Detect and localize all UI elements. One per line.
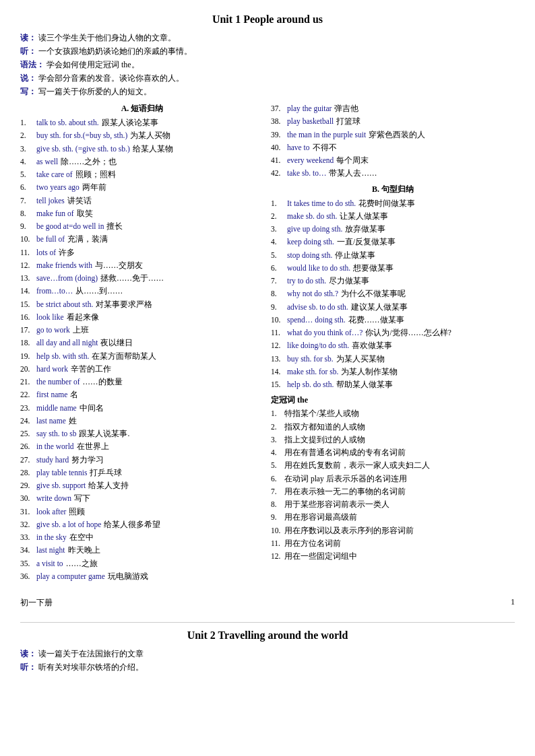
sentence-item: 14.make sth. for sb.为某人制作某物 <box>271 366 515 378</box>
sentence-zh: 为某人制作某物 <box>341 366 398 378</box>
footer: 初一下册 1 <box>20 594 515 609</box>
sentence-item: 6.would like to do sth.想要做某事 <box>271 263 515 274</box>
vocab-num: 7. <box>20 195 36 207</box>
sentence-zh: 花费时间做某事 <box>358 198 415 209</box>
vocab-num: 25. <box>20 428 36 440</box>
vocab-en: in the sky <box>36 532 67 543</box>
vocab-zh: 两年前 <box>82 182 106 193</box>
vocab-zh: 每个周末 <box>336 155 369 166</box>
vocab-item: 24.last name姓 <box>20 415 264 427</box>
vocab-en: the number of <box>36 376 80 388</box>
vocab-num: 1. <box>20 117 36 129</box>
grammar-text: 特指某个/某些人或物 <box>284 408 359 419</box>
sentence-item: 2.make sb. do sth.让某人做某事 <box>271 211 515 222</box>
sentence-num: 8. <box>271 288 287 300</box>
vocab-zh: 带某人去…… <box>329 168 377 179</box>
vocab-en: be full of <box>36 234 65 245</box>
vocab-item: 34.last night昨天晚上 <box>20 545 264 556</box>
sentence-en: keep doing sth. <box>287 236 334 248</box>
right-column: 37.play the guitar弹吉他38.play basketball打… <box>271 103 515 584</box>
sentence-num: 7. <box>271 275 287 287</box>
vocab-en: tell jokes <box>36 195 65 207</box>
intro-text-5: 写一篇关于你所爱的人的短文。 <box>38 87 152 96</box>
sentence-num: 9. <box>271 302 287 313</box>
vocab-zh: 在某方面帮助某人 <box>92 351 156 362</box>
vocab-num: 5. <box>20 169 36 180</box>
grammar-item: 12.用在一些固定词组中 <box>271 551 515 562</box>
vocab-item: 29.give sb. support给某人支持 <box>20 480 264 491</box>
vocab-item: 26.in the world在世界上 <box>20 441 264 452</box>
grammar-num: 8. <box>271 499 284 510</box>
vocab-num: 12. <box>20 260 36 271</box>
vocab-item: 33.in the sky在空中 <box>20 532 264 543</box>
sentence-num: 13. <box>271 353 287 365</box>
vocab-item: 40.have to不得不 <box>271 142 515 153</box>
vocab-item: 5.take care of照顾；照料 <box>20 169 264 180</box>
sentence-num: 14. <box>271 366 287 378</box>
vocab-en: a visit to <box>36 558 63 570</box>
vocab-num: 36. <box>20 571 36 582</box>
vocab-en: all day and all night <box>36 337 98 349</box>
vocab-num: 16. <box>20 312 36 323</box>
vocab-num: 14. <box>20 285 36 297</box>
vocab-en: make fun of <box>36 208 74 219</box>
sentence-zh: 为某人买某物 <box>336 353 385 365</box>
vocab-num: 37. <box>271 103 287 114</box>
grammar-text: 用在姓氏复数前，表示一家人或夫妇二人 <box>284 460 430 471</box>
vocab-item: 8.make fun of取笑 <box>20 208 264 219</box>
sentence-zh: 一直/反复做某事 <box>337 236 396 248</box>
vocab-item: 2.buy sth. for sb.(=buy sb, sth.)为某人买物 <box>20 130 264 141</box>
vocab-item: 19.help sb. with sth.在某方面帮助某人 <box>20 351 264 362</box>
sentence-en: make sth. for sb. <box>287 366 338 378</box>
vocab-zh: 取笑 <box>77 208 93 219</box>
vocab-item: 17.go to work上班 <box>20 324 264 336</box>
vocab-en: be good at=do well in <box>36 221 104 232</box>
vocab-item: 31.look after照顾 <box>20 506 264 518</box>
vocab-zh: 写下 <box>74 493 90 504</box>
grammar-text: 用于某些形容词前表示一类人 <box>284 499 389 510</box>
vocab-zh: 给某人某物 <box>133 143 173 155</box>
vocab-num: 39. <box>271 129 287 141</box>
grammar-text: 指双方都知道的人或物 <box>284 421 365 433</box>
intro-text-4: 学会部分音素的发音。谈论你喜欢的人。 <box>38 73 184 83</box>
sentence-num: 1. <box>271 198 287 209</box>
grammar-item: 6.在动词 play 后表示乐器的名词连用 <box>271 473 515 485</box>
vocab-en: play basketball <box>287 116 334 127</box>
sentence-item: 11.what do you think of…?你认为/觉得……怎么样? <box>271 327 515 339</box>
vocab-num: 21. <box>20 376 36 388</box>
grammar-text: 用在方位名词前 <box>284 538 341 549</box>
vocab-item: 20.hard work辛苦的工作 <box>20 364 264 375</box>
vocab-zh: 看起来像 <box>67 312 99 323</box>
vocab-num: 34. <box>20 545 36 556</box>
vocab-num: 38. <box>271 116 287 127</box>
vocab-num: 40. <box>271 142 287 153</box>
intro-label-1: 读： <box>20 33 36 42</box>
sentence-en: like doing/to do sth. <box>287 340 349 351</box>
vocab-num: 13. <box>20 273 36 284</box>
sentence-en: make sb. do sth. <box>287 211 337 222</box>
unit2-intro-text-1: 读一篇关于在法国旅行的文章 <box>38 649 144 658</box>
vocab-item: 11.lots of许多 <box>20 247 264 259</box>
sentence-en: give up doing sth. <box>287 224 342 235</box>
vocab-list-a-right: 37.play the guitar弹吉他38.play basketball打… <box>271 103 515 180</box>
sentence-en: what do you think of…? <box>287 327 363 339</box>
vocab-en: have to <box>287 142 310 153</box>
vocab-num: 11. <box>20 247 36 259</box>
grammar-text: 在动词 play 后表示乐器的名词连用 <box>284 473 407 485</box>
grammar-text: 用在序数词以及表示序列的形容词前 <box>284 525 414 537</box>
vocab-en: make friends with <box>36 260 92 271</box>
vocab-zh: 姓 <box>69 415 77 427</box>
vocab-num: 27. <box>20 454 36 466</box>
vocab-num: 33. <box>20 532 36 543</box>
grammar-item: 11.用在方位名词前 <box>271 538 515 549</box>
vocab-en: take care of <box>36 169 73 180</box>
vocab-item: 30.write down写下 <box>20 493 264 504</box>
vocab-zh: 充满，装满 <box>67 234 108 245</box>
intro-line-4: 说： 学会部分音素的发音。谈论你喜欢的人。 <box>20 73 515 84</box>
vocab-num: 9. <box>20 221 36 232</box>
sentence-zh: 你认为/觉得……怎么样? <box>365 327 451 339</box>
vocab-num: 19. <box>20 351 36 362</box>
sentence-zh: 想要做某事 <box>353 263 394 274</box>
grammar-num: 1. <box>271 408 284 419</box>
vocab-item: 25.say sth. to sb跟某人说某事. <box>20 428 264 440</box>
